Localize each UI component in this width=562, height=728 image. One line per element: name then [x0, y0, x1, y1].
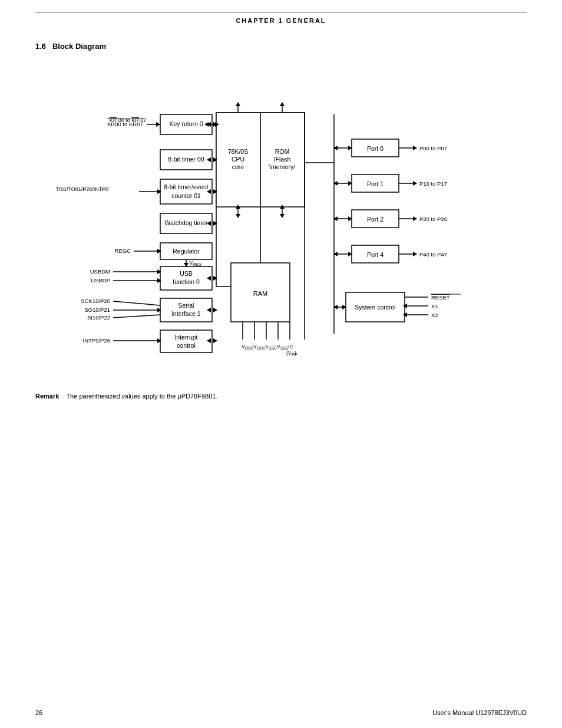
svg-text:8-bit timer 00: 8-bit timer 00: [168, 156, 204, 163]
svg-text:Port 4: Port 4: [367, 251, 384, 258]
svg-text:SCK10/P20: SCK10/P20: [81, 298, 110, 304]
svg-marker-105: [236, 214, 240, 218]
remark-text: The parenthesized values apply to the μP…: [66, 393, 217, 400]
svg-text:core: core: [232, 163, 244, 170]
svg-marker-108: [280, 214, 285, 218]
svg-text:REG: REG: [193, 262, 201, 266]
svg-text:REGC: REGC: [115, 248, 131, 254]
document-id: User's Manual U12978EJ3V0UD: [432, 709, 527, 716]
svg-text:INTP0/P26: INTP0/P26: [83, 337, 110, 344]
svg-text:X2: X2: [431, 312, 438, 318]
svg-text:): ): [295, 350, 296, 356]
svg-text:CPU: CPU: [232, 156, 244, 163]
svg-text:counter 01: counter 01: [171, 192, 201, 199]
diagram-svg: Key return 0 8-bit timer 00 8-bit timer/…: [51, 62, 511, 375]
svg-text:control: control: [177, 342, 196, 349]
svg-text:P20 to P26: P20 to P26: [419, 216, 447, 222]
svg-text:Watchdog timer: Watchdog timer: [164, 219, 208, 226]
block-diagram: Key return 0 8-bit timer 00 8-bit timer/…: [51, 62, 511, 375]
svg-line-89: [113, 315, 160, 318]
svg-marker-133: [413, 252, 417, 256]
svg-text:Serial: Serial: [178, 302, 194, 309]
svg-text:78K/0S: 78K/0S: [228, 148, 248, 155]
svg-text:8-bit timer/event: 8-bit timer/event: [164, 183, 208, 190]
svg-marker-103: [280, 102, 285, 106]
svg-text:KR00 to KR07: KR00 to KR07: [107, 121, 143, 127]
chapter-header: CHAPTER 1 GENERAL: [35, 17, 527, 24]
page: CHAPTER 1 GENERAL 1.6 Block Diagram Key …: [0, 0, 562, 728]
svg-marker-50: [156, 122, 160, 127]
svg-text:\memory/: \memory/: [269, 163, 295, 170]
svg-text:TI01/TO01/P26/INTP0: TI01/TO01/P26/INTP0: [56, 186, 108, 192]
svg-text:SS0: SS0: [269, 346, 276, 350]
svg-text:USBDM: USBDM: [90, 268, 110, 275]
svg-text:X1: X1: [431, 303, 438, 309]
svg-marker-101: [236, 102, 240, 106]
svg-text:ROM: ROM: [275, 148, 290, 155]
svg-text:DD0: DD0: [245, 346, 253, 350]
svg-text:RAM: RAM: [253, 290, 267, 297]
svg-text:USB: USB: [180, 270, 193, 277]
svg-text:P10 to P17: P10 to P17: [419, 180, 447, 187]
section-title: 1.6 Block Diagram: [35, 42, 527, 51]
svg-marker-91: [213, 308, 217, 312]
svg-text:RESET: RESET: [431, 294, 450, 301]
svg-text:Interrupt: Interrupt: [174, 334, 197, 341]
svg-text:interface 1: interface 1: [171, 310, 200, 317]
svg-marker-81: [213, 276, 217, 281]
svg-text:SI10/P22: SI10/P22: [87, 314, 110, 321]
svg-text:DD1: DD1: [257, 346, 265, 350]
svg-marker-97: [213, 338, 217, 343]
svg-text:USBDP: USBDP: [91, 277, 110, 284]
remark-section: Remark The parenthesized values apply to…: [35, 393, 527, 400]
top-border: [35, 12, 527, 12]
svg-marker-121: [413, 181, 417, 186]
svg-marker-65: [213, 221, 217, 226]
svg-text:Port 0: Port 0: [367, 145, 384, 152]
remark-label: Remark: [35, 393, 59, 400]
svg-marker-127: [413, 216, 417, 221]
svg-text:Port 1: Port 1: [367, 180, 384, 187]
svg-text:(V: (V: [286, 350, 292, 356]
svg-text:IC: IC: [288, 344, 294, 350]
svg-text:SO10/P21: SO10/P21: [84, 307, 110, 313]
svg-text:System control: System control: [355, 304, 395, 311]
svg-text:/Flash: /Flash: [274, 156, 291, 163]
svg-text:function 0: function 0: [173, 278, 200, 285]
svg-marker-115: [413, 146, 417, 150]
svg-text:SS1: SS1: [280, 346, 288, 350]
page-number: 26: [35, 709, 42, 716]
svg-line-84: [113, 301, 160, 305]
svg-text:P40 to P47: P40 to P47: [419, 251, 447, 258]
footer: 26 User's Manual U12978EJ3V0UD: [0, 709, 562, 716]
svg-text:Key return 0: Key return 0: [169, 120, 203, 127]
svg-text:P00 to P07: P00 to P07: [419, 145, 447, 151]
svg-text:Port 2: Port 2: [367, 216, 384, 223]
svg-text:Regulator: Regulator: [173, 248, 200, 255]
